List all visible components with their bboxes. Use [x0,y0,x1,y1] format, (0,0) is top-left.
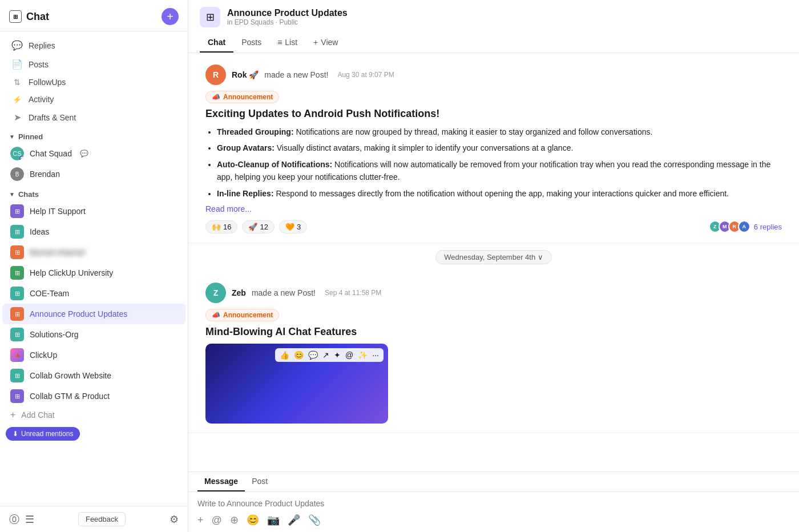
sidebar-item-replies[interactable]: 💬 Replies [2,36,185,55]
sidebar-item-posts[interactable]: 📄 Posts [2,55,185,74]
bullet-4-bold: In-line Replies: [217,189,274,198]
followups-icon: ⇅ [11,78,23,87]
attach-icon[interactable]: + [197,514,204,526]
sidebar-item-collab-gtm[interactable]: ⊞ Collab GTM & Product [2,386,185,406]
microphone-icon[interactable]: 🎤 [288,514,300,526]
unread-mentions-label: Unread mentions [21,430,73,438]
help-it-label: Help IT Support [30,207,86,216]
feedback-button[interactable]: Feedback [78,512,126,526]
reaction-2-count: 12 [260,223,268,231]
more-icon[interactable]: ··· [372,350,379,360]
tab-posts-label: Posts [241,38,261,47]
reply-avatars: Z M R A [712,220,750,233]
sidebar-panel-icon[interactable]: ⊞ [9,10,22,23]
tab-chat[interactable]: Chat [200,33,233,53]
msg2-action: made a new Post! [252,288,316,297]
chats-arrow-icon: ▼ [9,191,15,198]
sidebar-item-collab-growth[interactable]: ⊞ Collab Growth Website [2,365,185,386]
sidebar-item-brendan[interactable]: B Brendan [2,164,185,184]
paperclip-icon[interactable]: 📎 [308,514,321,526]
bullet-4-text: Respond to messages directly from the no… [276,189,729,198]
list-icon[interactable]: ☰ [25,513,34,526]
emoji-picker-icon[interactable]: 😊 [247,514,259,526]
announcement-label-2: Announcement [223,311,273,319]
settings-icon[interactable]: ⚙ [170,513,179,526]
unread-mentions-button[interactable]: ⬇ Unread mentions [6,427,80,441]
reactions-left-1: 🙌 16 🚀 12 🧡 3 [205,220,307,233]
message-block-2: Z Zeb made a new Post! Sep 4 at 11:58 PM… [188,271,799,433]
sidebar-item-ideas[interactable]: ⊞ Ideas [2,221,185,242]
reaction-1-count: 16 [223,223,231,231]
add-chat-button[interactable]: + [162,8,179,25]
bullet-3: Auto-Cleanup of Notifications: Notificat… [217,158,782,184]
reaction-2[interactable]: 🚀 12 [242,220,274,233]
at-icon[interactable]: @ [345,350,353,360]
like-icon[interactable]: 👍 [280,350,289,360]
sidebar-item-label: Drafts & Sent [29,113,76,122]
chat-squad-avatar: CS 💬 [10,147,24,160]
chats-section-header[interactable]: ▼ Chats [0,184,188,201]
chats-section-label: Chats [18,190,39,199]
bullet-1: Threaded Grouping: Notifications are now… [217,126,782,138]
channel-tabs: Chat Posts ≡ List + View [200,33,788,53]
chat-squad-label: Chat Squad [30,149,72,158]
activity-icon: ⚡ [11,95,23,104]
unread-arrow-icon: ⬇ [13,430,18,438]
pinned-section-header[interactable]: ▼ Pinned [0,127,188,143]
help-icon[interactable]: ⓪ [9,513,19,526]
announce-avatar: ⊞ [10,307,24,321]
msg1-post-body: Threaded Grouping: Notifications are now… [205,126,782,200]
sidebar-item-coe-team[interactable]: ⊞ COE-Team [2,283,185,304]
emoji-icon[interactable]: 😊 [294,350,304,360]
sidebar-item-drafts[interactable]: ➤ Drafts & Sent [2,108,185,127]
sidebar-item-chat-squad[interactable]: CS 💬 Chat Squad 💬 [2,143,185,164]
channel-name: Announce Product Updates [227,8,348,18]
msg-tab-message[interactable]: Message [197,472,245,491]
sidebar-item-help-it[interactable]: ⊞ Help IT Support [2,201,185,221]
tab-posts[interactable]: Posts [233,33,269,53]
pinned-section-label: Pinned [18,132,43,141]
date-divider-label: Wednesday, September 4th ∨ [444,253,543,261]
clickup-label: ClickUp [30,350,57,360]
help-it-avatar: ⊞ [10,204,24,218]
reaction-1[interactable]: 🙌 16 [205,220,237,233]
help-clickup-label: Help ClickUp University [30,268,113,277]
date-divider-pill[interactable]: Wednesday, September 4th ∨ [435,250,552,264]
collab-growth-avatar: ⊞ [10,369,24,382]
mention-icon[interactable]: @ [212,514,222,526]
input-field-wrap [188,492,799,510]
tab-view[interactable]: + View [305,33,346,53]
msg1-post-title: Exciting Updates to Android Push Notific… [205,108,782,120]
sidebar-item-help-clickup[interactable]: ⊞ Help ClickUp University [2,263,185,283]
ideas-avatar: ⊞ [10,225,24,239]
read-more-link[interactable]: Read more... [205,204,782,213]
sidebar-item-blurred[interactable]: ⊞ blurred channel [2,242,185,263]
sidebar-item-solutions-org[interactable]: ⊞ Solutions-Org [2,324,185,345]
add-chat-item[interactable]: + Add Chat [2,406,185,424]
replies-right-1[interactable]: Z M R A 6 replies [712,220,782,233]
msg2-avatar: Z [205,283,226,303]
comment-icon[interactable]: 💬 [308,350,318,360]
list-tab-icon: ≡ [277,38,282,47]
star-icon[interactable]: ✦ [334,350,341,360]
sidebar-item-followups[interactable]: ⇅ FollowUps [2,74,185,91]
sidebar-item-announce-product-updates[interactable]: ⊞ Announce Product Updates [2,304,185,324]
sidebar-item-activity[interactable]: ⚡ Activity [2,91,185,108]
tab-chat-label: Chat [208,38,225,47]
reaction-3[interactable]: 🧡 3 [279,220,307,233]
solutions-org-label: Solutions-Org [30,330,79,339]
reaction-3-emoji: 🧡 [285,223,294,231]
sidebar-item-clickup[interactable]: 🔺 ClickUp [2,345,185,365]
at-channel-icon[interactable]: ⊕ [230,514,239,526]
collab-growth-label: Collab Growth Website [30,371,111,380]
message-input[interactable] [197,499,790,508]
sparkle-icon[interactable]: ✨ [358,350,368,360]
video-icon[interactable]: 📷 [267,514,280,526]
sidebar-item-label: Replies [29,41,55,50]
msg-tab-post[interactable]: Post [245,472,275,491]
tab-list[interactable]: ≡ List [269,33,305,53]
bullet-1-text: Notifications are now grouped by thread,… [296,127,652,136]
share-icon[interactable]: ↗ [322,350,329,360]
reaction-2-emoji: 🚀 [248,223,257,231]
help-clickup-avatar: ⊞ [10,266,24,280]
